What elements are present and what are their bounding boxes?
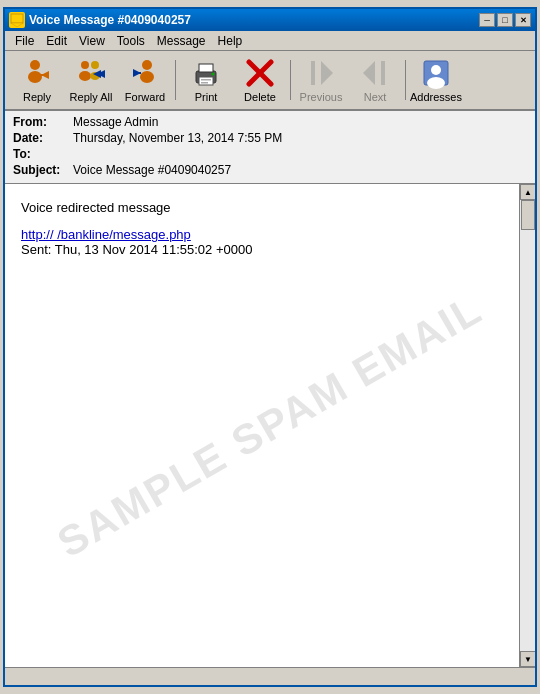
- reply-button[interactable]: Reply: [11, 54, 63, 106]
- svg-point-9: [140, 71, 154, 83]
- menu-help[interactable]: Help: [212, 32, 249, 50]
- menu-tools[interactable]: Tools: [111, 32, 151, 50]
- svg-rect-19: [311, 61, 315, 85]
- date-row: Date: Thursday, November 13, 2014 7:55 P…: [13, 131, 527, 145]
- addresses-button[interactable]: Addresses: [410, 54, 462, 106]
- from-value: Message Admin: [73, 115, 158, 129]
- window-title: Voice Message #0409040257: [29, 13, 191, 27]
- to-label: To:: [13, 147, 73, 161]
- previous-icon: [305, 57, 337, 89]
- reply-icon: [21, 57, 53, 89]
- addresses-icon: [420, 57, 452, 89]
- delete-label: Delete: [244, 91, 276, 103]
- forward-label: Forward: [125, 91, 165, 103]
- svg-rect-13: [201, 79, 211, 81]
- toolbar-separator-3: [405, 60, 406, 100]
- body-line1: Voice redirected message: [21, 200, 503, 215]
- svg-point-3: [28, 71, 42, 83]
- body-link[interactable]: http:// /bankline/message.php: [21, 227, 191, 242]
- svg-rect-0: [11, 14, 23, 23]
- svg-rect-12: [199, 77, 213, 85]
- title-bar: Voice Message #0409040257: [5, 9, 535, 31]
- email-header: From: Message Admin Date: Thursday, Nove…: [5, 111, 535, 184]
- subject-label: Subject:: [13, 163, 73, 177]
- svg-point-23: [431, 65, 441, 75]
- minimize-button[interactable]: [479, 13, 495, 27]
- next-button[interactable]: Next: [349, 54, 401, 106]
- addresses-label: Addresses: [410, 91, 462, 103]
- body-link-wrap: http:// /bankline/message.php Sent: Thu,…: [21, 227, 503, 257]
- print-button[interactable]: Print: [180, 54, 232, 106]
- email-body: Voice redirected message http:// /bankli…: [5, 184, 519, 667]
- menu-file[interactable]: File: [9, 32, 40, 50]
- svg-point-4: [81, 61, 89, 69]
- body-line2: Sent: Thu, 13 Nov 2014 11:55:02 +0000: [21, 242, 252, 257]
- previous-button[interactable]: Previous: [295, 54, 347, 106]
- svg-marker-18: [321, 61, 333, 85]
- print-icon: [190, 57, 222, 89]
- subject-value: Voice Message #0409040257: [73, 163, 231, 177]
- svg-point-5: [79, 71, 91, 81]
- reply-all-button[interactable]: Reply All: [65, 54, 117, 106]
- scroll-up-button[interactable]: ▲: [520, 184, 535, 200]
- status-bar: [5, 667, 535, 685]
- delete-icon: [244, 57, 276, 89]
- svg-point-15: [212, 73, 215, 76]
- reply-all-icon: [75, 57, 107, 89]
- print-label: Print: [195, 91, 218, 103]
- menu-view[interactable]: View: [73, 32, 111, 50]
- next-icon: [359, 57, 391, 89]
- toolbar: Reply Reply All: [5, 51, 535, 111]
- from-row: From: Message Admin: [13, 115, 527, 129]
- close-button[interactable]: [515, 13, 531, 27]
- subject-row: Subject: Voice Message #0409040257: [13, 163, 527, 177]
- svg-point-24: [427, 77, 445, 89]
- toolbar-separator-2: [290, 60, 291, 100]
- forward-icon: [129, 57, 161, 89]
- svg-rect-21: [381, 61, 385, 85]
- menu-message[interactable]: Message: [151, 32, 212, 50]
- svg-rect-11: [199, 64, 213, 72]
- scroll-down-button[interactable]: ▼: [520, 651, 535, 667]
- svg-marker-20: [363, 61, 375, 85]
- title-bar-left: Voice Message #0409040257: [9, 12, 191, 28]
- email-body-wrap: Voice redirected message http:// /bankli…: [5, 184, 535, 667]
- svg-marker-1: [11, 23, 23, 27]
- maximize-button[interactable]: [497, 13, 513, 27]
- main-window: Voice Message #0409040257 File Edit View…: [3, 7, 537, 687]
- reply-all-label: Reply All: [70, 91, 113, 103]
- scrollbar[interactable]: ▲ ▼: [519, 184, 535, 667]
- window-icon: [9, 12, 25, 28]
- svg-point-2: [30, 60, 40, 70]
- scroll-thumb[interactable]: [521, 200, 535, 230]
- from-label: From:: [13, 115, 73, 129]
- previous-label: Previous: [300, 91, 343, 103]
- reply-label: Reply: [23, 91, 51, 103]
- title-buttons: [479, 13, 531, 27]
- svg-point-8: [142, 60, 152, 70]
- delete-button[interactable]: Delete: [234, 54, 286, 106]
- toolbar-separator-1: [175, 60, 176, 100]
- scroll-track: [520, 200, 535, 651]
- forward-button[interactable]: Forward: [119, 54, 171, 106]
- to-row: To:: [13, 147, 527, 161]
- svg-point-6: [91, 61, 99, 69]
- menu-bar: File Edit View Tools Message Help: [5, 31, 535, 51]
- date-value: Thursday, November 13, 2014 7:55 PM: [73, 131, 282, 145]
- menu-edit[interactable]: Edit: [40, 32, 73, 50]
- next-label: Next: [364, 91, 387, 103]
- date-label: Date:: [13, 131, 73, 145]
- svg-rect-14: [201, 82, 208, 84]
